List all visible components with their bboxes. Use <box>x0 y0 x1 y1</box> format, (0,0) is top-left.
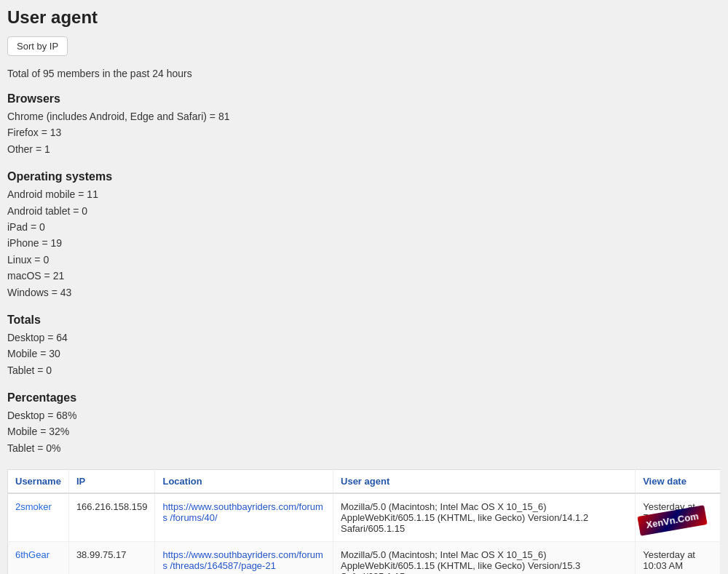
col-username: Username <box>8 470 69 494</box>
cell-useragent: Mozilla/5.0 (Macintosh; Intel Mac OS X 1… <box>333 542 636 574</box>
location-link[interactable]: https://www.southbayriders.com/forums /f… <box>162 501 323 523</box>
browser-item-1: Firefox = 13 <box>7 124 721 140</box>
col-location: Location <box>155 470 333 494</box>
user-agent-table: Username IP Location User agent View dat… <box>7 469 721 574</box>
os-item-6: Windows = 43 <box>7 284 721 300</box>
location-link[interactable]: https://www.southbayriders.com/forums /t… <box>162 549 323 571</box>
cell-username: 6thGear <box>8 542 69 574</box>
sort-by-ip-button[interactable]: Sort by IP <box>7 36 68 56</box>
cell-location: https://www.southbayriders.com/forums /t… <box>155 542 333 574</box>
os-item-2: iPad = 0 <box>7 219 721 235</box>
table-row: 2smoker166.216.158.159https://www.southb… <box>8 493 721 542</box>
os-item-1: Android tablet = 0 <box>7 203 721 219</box>
os-section: Operating systems Android mobile = 11 An… <box>7 170 721 300</box>
col-useragent: User agent <box>333 470 636 494</box>
os-item-3: iPhone = 19 <box>7 235 721 251</box>
cell-ip: 166.216.158.159 <box>68 493 155 542</box>
os-item-5: macOS = 21 <box>7 268 721 284</box>
cell-location: https://www.southbayriders.com/forums /f… <box>155 493 333 542</box>
os-item-4: Linux = 0 <box>7 252 721 268</box>
cell-viewdate: Yesterday at 7:20 <box>636 493 721 542</box>
username-link[interactable]: 2smoker <box>15 501 52 512</box>
table-row: 6thGear38.99.75.17https://www.southbayri… <box>8 542 721 574</box>
browser-item-2: Other = 1 <box>7 141 721 157</box>
browsers-title: Browsers <box>7 92 721 105</box>
page-wrapper: User agent Sort by IP Total of 95 member… <box>0 0 728 574</box>
totals-title: Totals <box>7 314 721 327</box>
percentages-item-2: Tablet = 0% <box>7 440 721 456</box>
percentages-section: Percentages Desktop = 68% Mobile = 32% T… <box>7 391 721 456</box>
browsers-section: Browsers Chrome (includes Android, Edge … <box>7 92 721 157</box>
cell-useragent: Mozilla/5.0 (Macintosh; Intel Mac OS X 1… <box>333 493 636 542</box>
cell-ip: 38.99.75.17 <box>68 542 155 574</box>
table-header-row: Username IP Location User agent View dat… <box>8 470 721 494</box>
page-title: User agent <box>7 7 721 28</box>
os-title: Operating systems <box>7 170 721 183</box>
col-ip: IP <box>68 470 155 494</box>
totals-item-0: Desktop = 64 <box>7 330 721 346</box>
totals-section: Totals Desktop = 64 Mobile = 30 Tablet =… <box>7 314 721 378</box>
percentages-title: Percentages <box>7 391 721 404</box>
username-link[interactable]: 6thGear <box>15 549 50 560</box>
percentages-item-1: Mobile = 32% <box>7 423 721 439</box>
os-item-0: Android mobile = 11 <box>7 186 721 202</box>
summary-text: Total of 95 members in the past 24 hours <box>7 68 721 79</box>
totals-item-1: Mobile = 30 <box>7 346 721 362</box>
cell-viewdate: Yesterday at 10:03 AM <box>636 542 721 574</box>
percentages-item-0: Desktop = 68% <box>7 407 721 423</box>
col-viewdate: View date <box>636 470 721 494</box>
totals-item-2: Tablet = 0 <box>7 362 721 378</box>
browser-item-0: Chrome (includes Android, Edge and Safar… <box>7 108 721 124</box>
cell-username: 2smoker <box>8 493 69 542</box>
